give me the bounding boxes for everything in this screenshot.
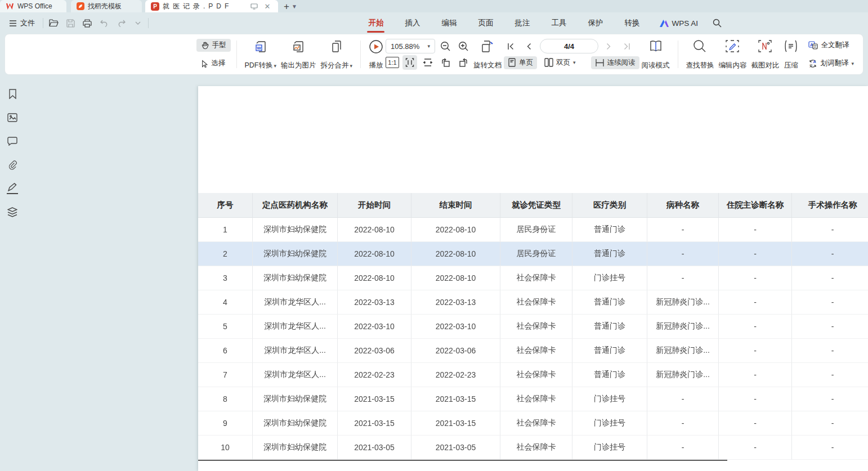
tab-docer-template[interactable]: 找稻壳模板 xyxy=(71,0,142,12)
table-cell: 新冠肺炎门诊... xyxy=(647,315,719,339)
screenshot-compare-button[interactable]: 截图对比 xyxy=(749,37,781,71)
tab-home[interactable]: 开始 xyxy=(367,15,384,32)
tab-edit[interactable]: 编辑 xyxy=(440,15,458,32)
svg-text:文: 文 xyxy=(809,64,813,68)
table-cell: - xyxy=(719,242,792,266)
table-cell: - xyxy=(647,266,719,290)
last-page-icon[interactable] xyxy=(620,39,634,53)
table-cell: 2022-08-10 xyxy=(338,266,411,290)
layers-icon[interactable] xyxy=(7,207,18,218)
table-cell: - xyxy=(792,290,868,315)
signature-icon[interactable] xyxy=(7,183,18,194)
undo-icon[interactable] xyxy=(99,17,110,29)
table-row[interactable]: 6深圳市龙华区人...2022-03-062022-03-06社会保障卡普通门诊… xyxy=(198,339,868,363)
file-menu-button[interactable]: 文件 xyxy=(6,18,38,28)
table-cell: 普通门诊 xyxy=(572,290,647,315)
table-row[interactable]: 4深圳市龙华区人...2022-03-132022-03-13社会保障卡普通门诊… xyxy=(198,290,868,315)
table-cell: 普通门诊 xyxy=(572,242,647,266)
continuous-reading-button[interactable]: 连续阅读 xyxy=(591,56,639,69)
fit-page-button[interactable] xyxy=(402,55,417,70)
word-translate-label: 划词翻译 xyxy=(820,59,848,68)
menu-search-icon[interactable] xyxy=(713,19,722,28)
column-header: 医疗类别 xyxy=(572,193,647,218)
pdf-page[interactable]: 序号定点医药机构名称开始时间结束时间就诊凭证类型医疗类别病种名称住院主诊断名称手… xyxy=(198,86,868,471)
table-row[interactable]: 7深圳市龙华区人...2022-02-232022-02-23社会保障卡普通门诊… xyxy=(198,363,868,387)
one-to-one-label: 1:1 xyxy=(388,59,396,66)
play-button[interactable]: 播放 xyxy=(366,37,386,71)
tab-list-chevron-icon[interactable]: ▼ xyxy=(292,3,297,10)
table-cell: - xyxy=(719,266,792,290)
compress-button[interactable]: 压缩 xyxy=(781,37,800,71)
save-icon[interactable] xyxy=(65,17,76,29)
table-row[interactable]: 1深圳市妇幼保健院2022-08-102022-08-10居民身份证普通门诊--… xyxy=(198,218,868,242)
left-panel-rail xyxy=(0,75,25,471)
close-tab-icon[interactable]: ✕ xyxy=(262,1,272,11)
table-cell: 10 xyxy=(198,436,253,460)
table-cell: 2022-02-23 xyxy=(338,363,411,387)
table-row[interactable]: 8深圳市妇幼保健院2021-03-152021-03-15社会保障卡门诊挂号--… xyxy=(198,387,868,411)
full-text-translate-button[interactable]: A文 全文翻译 xyxy=(804,39,858,52)
single-page-button[interactable]: 单页 xyxy=(504,56,537,69)
reading-mode-label: 阅读模式 xyxy=(642,61,670,70)
table-row[interactable]: 2深圳市妇幼保健院2022-08-102022-08-10居民身份证普通门诊--… xyxy=(198,242,868,266)
hand-tool-button[interactable]: 手型 xyxy=(196,39,231,52)
rotate-right-icon[interactable] xyxy=(457,55,471,70)
table-cell: - xyxy=(792,218,868,242)
table-cell: - xyxy=(792,315,868,339)
find-replace-button[interactable]: 查找替换 xyxy=(683,37,716,71)
fit-width-button[interactable] xyxy=(420,55,435,70)
play-icon xyxy=(369,39,383,54)
column-header: 手术操作名称 xyxy=(792,193,868,218)
tab-label: 就医记录.PDF xyxy=(163,2,245,11)
zoom-in-icon[interactable] xyxy=(457,39,471,53)
export-image-button[interactable]: 输出为图片 xyxy=(279,37,319,71)
full-text-translate-label: 全文翻译 xyxy=(821,41,849,50)
attachment-icon[interactable] xyxy=(7,159,18,171)
pdf-convert-button[interactable]: W PDF转换▾ xyxy=(242,37,279,71)
tab-page[interactable]: 页面 xyxy=(477,15,494,32)
redo-icon[interactable] xyxy=(115,17,127,29)
zoom-level-select[interactable]: 105.88% ▾ xyxy=(386,39,435,53)
thumbnail-icon[interactable] xyxy=(7,112,18,123)
hamburger-icon xyxy=(9,20,17,26)
table-row[interactable]: 9深圳市妇幼保健院2021-03-152021-03-15社会保障卡门诊挂号--… xyxy=(198,411,868,436)
new-tab-icon[interactable]: + xyxy=(284,2,289,11)
next-page-icon[interactable] xyxy=(602,39,616,53)
history-chevron-icon[interactable] xyxy=(132,17,144,29)
tab-wps-office[interactable]: WPS Office xyxy=(0,0,66,12)
present-on-screen-icon[interactable] xyxy=(249,1,259,11)
tab-tools[interactable]: 工具 xyxy=(550,15,567,32)
print-icon[interactable] xyxy=(82,17,93,29)
actual-size-button[interactable]: 1:1 xyxy=(386,57,399,68)
single-page-icon xyxy=(508,58,516,67)
first-page-icon[interactable] xyxy=(504,39,518,53)
previous-page-icon[interactable] xyxy=(522,39,536,53)
table-row[interactable]: 10深圳市妇幼保健院2021-03-052021-03-05社会保障卡门诊挂号-… xyxy=(198,436,868,460)
split-merge-button[interactable]: 拆分合并▾ xyxy=(319,37,355,71)
double-page-button[interactable]: 双页 ▾ xyxy=(540,56,580,69)
open-file-icon[interactable] xyxy=(48,17,59,29)
table-cell: 深圳市妇幼保健院 xyxy=(253,266,338,290)
tab-document-pdf[interactable]: P 就医记录.PDF ✕ xyxy=(145,0,278,12)
tab-insert[interactable]: 插入 xyxy=(404,15,421,32)
zoom-out-icon[interactable] xyxy=(439,39,453,53)
tab-convert[interactable]: 转换 xyxy=(623,15,641,32)
comment-icon[interactable] xyxy=(7,136,18,147)
select-tool-button[interactable]: 选择 xyxy=(196,57,231,70)
table-row[interactable]: 5深圳市龙华区人...2022-03-102022-03-10社会保障卡普通门诊… xyxy=(198,315,868,339)
page-number-input[interactable]: 4/4 xyxy=(540,39,598,53)
rotate-left-icon[interactable] xyxy=(439,55,453,70)
table-cell: - xyxy=(719,363,792,387)
table-cell: - xyxy=(719,315,792,339)
rotate-document-button[interactable]: 旋转文档 xyxy=(471,37,504,71)
tab-comment[interactable]: 批注 xyxy=(513,15,531,32)
reading-mode-button[interactable]: 阅读模式 xyxy=(639,37,672,71)
bookmark-icon[interactable] xyxy=(7,88,18,100)
table-row[interactable]: 3深圳市妇幼保健院2022-08-102022-08-10社会保障卡门诊挂号--… xyxy=(198,266,868,290)
edit-content-button[interactable]: 编辑内容 xyxy=(716,37,749,71)
table-cell: 2022-08-10 xyxy=(411,266,500,290)
word-translate-button[interactable]: A文 划词翻译 ▾ xyxy=(804,57,858,70)
wps-ai-button[interactable]: WPS AI xyxy=(660,19,698,28)
tab-protect[interactable]: 保护 xyxy=(587,15,604,32)
table-cell: 3 xyxy=(198,266,253,290)
